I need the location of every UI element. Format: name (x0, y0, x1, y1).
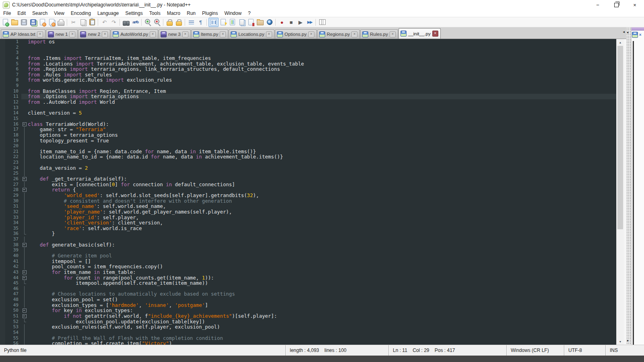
menu-item-tools[interactable]: Tools (146, 10, 164, 16)
tab-close-icon[interactable]: × (102, 31, 108, 37)
show-all-characters-button[interactable]: ¶ (196, 18, 205, 27)
document-map-icon (230, 19, 235, 25)
menu-item-help[interactable]: ? (245, 10, 254, 16)
open-file-button[interactable] (10, 18, 19, 27)
fold-margin (21, 330, 28, 335)
indent-guide-button[interactable] (208, 18, 219, 27)
fold-collapse-icon[interactable] (21, 308, 28, 313)
fold-margin (21, 88, 28, 94)
document-panel-button[interactable] (318, 18, 327, 27)
scrollbar-thumb[interactable] (617, 46, 623, 229)
close-all-button[interactable] (47, 18, 56, 27)
new-file-button[interactable] (1, 18, 10, 27)
splitter-collapse-right-icon[interactable]: ▸ (627, 339, 629, 342)
close-button[interactable]: × (625, 0, 644, 10)
tab-close-icon[interactable]: × (351, 31, 357, 37)
menu-item-run[interactable]: Run (184, 10, 199, 16)
tab-new-2[interactable]: new 2× (78, 29, 110, 39)
macro-run-multiple-button[interactable]: ▶▶ (305, 18, 314, 27)
sync-horizontal-scroll-button[interactable] (174, 18, 184, 27)
menu-item-view[interactable]: View (51, 10, 68, 16)
menu-item-encoding[interactable]: Encoding (68, 10, 94, 16)
tab-label: new 3 (168, 32, 181, 37)
tab-locations-py[interactable]: Locations.py× (229, 29, 275, 39)
function-completion-button[interactable] (246, 18, 256, 27)
tab-items-py[interactable]: Items.py× (191, 29, 228, 39)
splitter-collapse-left-icon[interactable]: ◂ (627, 31, 628, 34)
tab-close-icon[interactable]: × (182, 31, 188, 37)
secondary-view-close-icon[interactable]: × (639, 33, 642, 37)
menu-item-search[interactable]: Search (29, 10, 51, 16)
bookmark-margin (0, 231, 5, 237)
fold-margin (21, 105, 28, 111)
code-line: 40 # Generate item pool (0, 253, 616, 259)
fold-collapse-icon[interactable] (21, 121, 28, 127)
menu-item-language[interactable]: Language (94, 10, 122, 16)
tab-options-py[interactable]: Options.py× (275, 29, 317, 39)
document-list-button[interactable] (237, 18, 246, 27)
undo-button[interactable]: ↶ (100, 18, 109, 27)
menu-item-settings[interactable]: Settings (122, 10, 146, 16)
line-number: 38 (5, 242, 21, 248)
tab-close-icon[interactable]: × (150, 31, 156, 37)
tab-close-icon[interactable]: × (266, 31, 272, 37)
tab-__init__-py[interactable]: __init__.py× (398, 28, 441, 39)
close-file-button[interactable] (38, 18, 47, 27)
zoom-out-button[interactable] (153, 18, 162, 27)
scroll-up-icon[interactable]: ▲ (617, 39, 624, 45)
zoom-in-button[interactable] (143, 18, 153, 27)
tab-rules-py[interactable]: Rules.py× (360, 29, 398, 39)
bookmark-margin (0, 110, 5, 116)
folder-as-workspace-button[interactable] (256, 18, 265, 27)
view-splitter[interactable]: ◂ ▸ (626, 27, 631, 345)
replace-button[interactable]: a⇄b (131, 18, 140, 27)
tab-regions-py[interactable]: Regions.py× (317, 29, 360, 39)
macro-stop-button[interactable]: ■ (287, 18, 296, 27)
fold-collapse-icon[interactable] (21, 313, 28, 319)
tab-close-icon[interactable]: × (432, 31, 438, 37)
tab-new-1[interactable]: new 1× (46, 29, 78, 39)
menu-item-plugins[interactable]: Plugins (199, 10, 221, 16)
redo-button[interactable]: ↷ (109, 18, 118, 27)
code-text: from .Options import terraria_options (28, 94, 616, 99)
word-wrap-button[interactable] (187, 18, 196, 27)
tab-scroll-left-icon[interactable]: ◂ (623, 30, 625, 34)
fold-collapse-icon[interactable] (21, 242, 28, 248)
tab-close-icon[interactable]: × (390, 31, 396, 37)
fold-collapse-icon[interactable] (21, 176, 28, 182)
find-button[interactable] (122, 18, 131, 27)
tab-autoworld-py[interactable]: AutoWorld.py× (111, 29, 158, 39)
cut-button[interactable]: ✂ (69, 18, 78, 27)
tab-close-icon[interactable]: × (69, 31, 75, 37)
sync-vertical-scroll-button[interactable] (165, 18, 174, 27)
code-text (28, 50, 616, 56)
tab-new-3[interactable]: new 3× (159, 29, 191, 39)
fold-collapse-icon[interactable] (21, 187, 28, 193)
code-line: 23 (0, 160, 616, 165)
menu-item-macro[interactable]: Macro (164, 10, 184, 16)
macro-record-button[interactable]: ● (277, 18, 287, 27)
tab-close-icon[interactable]: × (220, 31, 226, 37)
copy-button[interactable] (78, 18, 87, 27)
file-monitoring-button[interactable] (265, 18, 274, 27)
function-list-button[interactable] (219, 18, 228, 27)
vertical-scrollbar[interactable]: ▲ ▼ (616, 39, 624, 345)
menu-item-edit[interactable]: Edit (14, 10, 29, 16)
minimize-button[interactable]: − (588, 0, 607, 10)
code-editor[interactable]: 1import os234from .Items import Terraria… (0, 39, 616, 345)
print-button[interactable] (56, 18, 66, 27)
save-file-button[interactable] (19, 18, 29, 27)
macro-play-button[interactable]: ▶ (296, 18, 305, 27)
tab-close-icon[interactable]: × (37, 31, 43, 37)
menu-item-file[interactable]: File (0, 10, 14, 16)
scroll-down-icon[interactable]: ▼ (617, 338, 624, 345)
fold-collapse-icon[interactable] (21, 269, 28, 275)
fold-collapse-icon[interactable] (21, 275, 28, 281)
tab-close-icon[interactable]: × (308, 31, 314, 37)
restore-button[interactable] (607, 0, 625, 10)
tab-ap-ideas-txt[interactable]: AP Ideas.txt× (1, 29, 45, 39)
paste-button[interactable] (87, 18, 97, 27)
menu-item-window[interactable]: Window (221, 10, 245, 16)
document-map-button[interactable] (228, 18, 237, 27)
save-all-button[interactable] (29, 18, 38, 27)
